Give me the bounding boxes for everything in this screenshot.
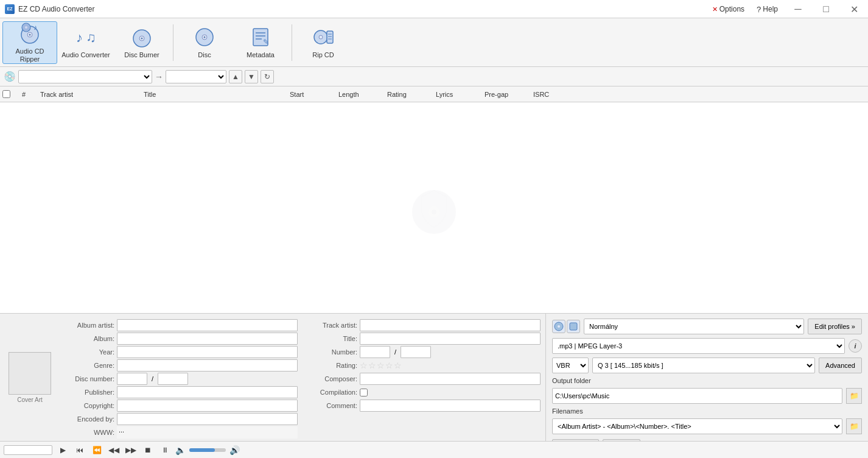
publisher-row: Publisher:: [60, 386, 298, 399]
metadata-right-fields: Track artist: Title: Number: / Rat: [300, 317, 543, 437]
col-header-artist[interactable]: Track artist: [38, 91, 141, 98]
col-header-isrc[interactable]: ISRC: [531, 91, 604, 98]
rip-cd-icon: [311, 25, 335, 49]
number-total-input[interactable]: [401, 346, 431, 358]
star-4[interactable]: ☆: [385, 361, 393, 370]
speaker-icon[interactable]: 🔊: [229, 445, 240, 455]
info-button[interactable]: i: [849, 339, 862, 353]
profile-select[interactable]: Normálny: [584, 319, 804, 334]
options-x-icon: ✕: [712, 5, 718, 13]
col-header-length[interactable]: Length: [336, 91, 385, 98]
volume-icon: 🔈: [175, 445, 186, 455]
number-input[interactable]: [360, 346, 390, 358]
rip-cd-button[interactable]: Rip CD: [296, 21, 351, 64]
output-folder-input[interactable]: C:\Users\pc\Music: [552, 388, 842, 404]
svg-point-20: [319, 35, 323, 39]
advanced-button[interactable]: Advanced: [819, 358, 862, 373]
audio-converter-button[interactable]: ♪ ♫ Audio Converter: [58, 21, 113, 64]
genre-input[interactable]: [117, 359, 298, 372]
volume-slider[interactable]: [189, 448, 226, 452]
drive-select[interactable]: [18, 70, 152, 83]
rip-cd-label: Rip CD: [312, 51, 334, 59]
star-5[interactable]: ☆: [394, 361, 402, 370]
track-artist-input[interactable]: [360, 319, 541, 331]
titlebar: EZ EZ CD Audio Converter ✕ Options ? Hel…: [0, 0, 868, 18]
fast-forward-button[interactable]: ▶▶: [124, 443, 138, 457]
select-all-checkbox[interactable]: [2, 90, 10, 98]
album-input[interactable]: [117, 333, 298, 345]
window-controls: ─ □ ✕: [784, 0, 868, 18]
svg-point-10: [141, 38, 143, 40]
number-slash: /: [394, 348, 396, 356]
svg-text:♪: ♪: [76, 30, 83, 45]
metadata-label: Metadata: [247, 51, 275, 59]
move-down-button[interactable]: ▼: [245, 70, 258, 83]
www-value: ...: [117, 426, 298, 439]
disc-number-row: Disc number: /: [60, 372, 298, 386]
star-3[interactable]: ☆: [377, 361, 385, 370]
close-button[interactable]: ✕: [840, 0, 868, 18]
comment-row: Comment:: [303, 399, 541, 412]
col-header-start[interactable]: Start: [287, 91, 336, 98]
title-input[interactable]: [360, 333, 541, 345]
col-header-num[interactable]: #: [19, 91, 38, 98]
rating-stars[interactable]: ☆ ☆ ☆ ☆ ☆: [360, 361, 402, 370]
disc-label: Disc: [198, 51, 211, 59]
format-select[interactable]: .mp3 | MPEG Layer-3: [552, 338, 845, 354]
filename-select[interactable]: <Album Artist> - <Album>\<Number>. <Titl…: [552, 418, 842, 434]
svg-point-4: [25, 26, 27, 29]
pause-button[interactable]: ⏸: [158, 443, 172, 457]
metadata-left-fields: Album artist: Album: Year: Genre:: [57, 317, 300, 437]
disc-button[interactable]: Disc: [177, 21, 232, 64]
filename-browse-button[interactable]: 📁: [846, 418, 862, 434]
www-label: WWW:: [60, 429, 114, 436]
content-area: # Track artist Title Start Length Rating: [0, 86, 868, 458]
col-header-pregap[interactable]: Pre-gap: [482, 91, 531, 98]
vbr-select[interactable]: VBR: [552, 358, 589, 373]
maximize-button[interactable]: □: [812, 0, 840, 18]
stop-button[interactable]: ⏹: [141, 443, 155, 457]
options-label: Options: [719, 5, 744, 13]
profile-icon-2: [567, 320, 580, 333]
col-header-lyrics[interactable]: Lyrics: [433, 91, 482, 98]
minimize-button[interactable]: ─: [784, 0, 812, 18]
output-select[interactable]: [166, 70, 226, 83]
copyright-input[interactable]: [117, 400, 298, 412]
composer-input[interactable]: [360, 373, 541, 385]
tracks-section: # Track artist Title Start Length Rating: [0, 86, 868, 313]
options-menu[interactable]: ✕ Options: [707, 2, 749, 16]
quality-select[interactable]: Q 3 [ 145...185 kbit/s ]: [592, 358, 815, 373]
skip-to-start-button[interactable]: ⏮: [73, 443, 86, 457]
disc-total-input[interactable]: [158, 373, 188, 385]
progress-bar: [4, 445, 52, 455]
col-header-title[interactable]: Title: [141, 91, 287, 98]
star-1[interactable]: ☆: [360, 361, 368, 370]
svg-text:♪: ♪: [33, 23, 37, 32]
publisher-input[interactable]: [117, 386, 298, 398]
prev-track-button[interactable]: ⏪: [90, 443, 103, 457]
encoded-by-label: Encoded by:: [60, 415, 114, 423]
toolbar: ♪ Audio CD Ripper ♪ ♫ Audio Converter: [0, 18, 868, 67]
cover-art-box[interactable]: [9, 352, 51, 395]
rewind-button[interactable]: ◀◀: [107, 443, 121, 457]
star-2[interactable]: ☆: [368, 361, 376, 370]
play-button[interactable]: ▶: [56, 443, 69, 457]
help-menu[interactable]: ? Help: [752, 2, 783, 16]
audio-cd-ripper-icon: ♪: [18, 21, 42, 46]
refresh-button[interactable]: ↻: [261, 70, 274, 83]
encoded-by-input[interactable]: [117, 413, 298, 425]
year-label: Year:: [60, 348, 114, 356]
audio-cd-ripper-button[interactable]: ♪ Audio CD Ripper: [2, 21, 57, 64]
year-input[interactable]: [117, 346, 298, 358]
disc-number-input[interactable]: [117, 373, 147, 385]
metadata-button[interactable]: ✎ Metadata: [233, 21, 288, 64]
col-header-rating[interactable]: Rating: [385, 91, 433, 98]
album-artist-input[interactable]: [117, 319, 298, 331]
compilation-checkbox[interactable]: [360, 389, 368, 396]
move-up-button[interactable]: ▲: [229, 70, 242, 83]
browse-folder-button[interactable]: 📁: [846, 388, 862, 404]
disc-burner-button[interactable]: Disc Burner: [114, 21, 169, 64]
bottom-section: Cover Art Album artist: Album: Year:: [0, 313, 868, 441]
comment-input[interactable]: [360, 400, 541, 412]
edit-profiles-button[interactable]: Edit profiles »: [808, 319, 862, 334]
